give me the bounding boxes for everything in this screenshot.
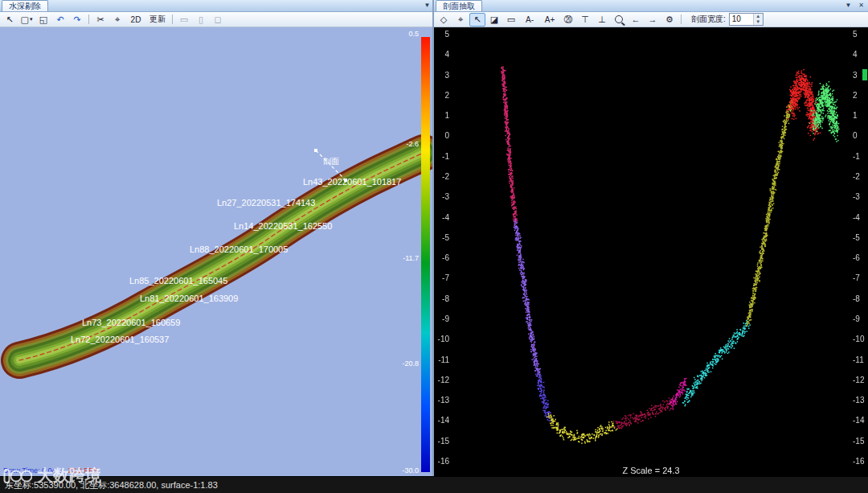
zoom-tool-icon[interactable] [611,13,627,27]
polygon-select-tool-icon[interactable]: ◱ [35,13,51,27]
survey-line-label: Ln72_20220601_160537 [71,335,169,344]
align-bottom-button[interactable]: ⊥ [594,13,610,27]
next-profile-button[interactable]: → [645,13,661,27]
spin-down-button[interactable]: ▼ [754,19,763,25]
profile-cut-label: 剖面 [323,156,339,167]
y-axis-tick-label: -5 [853,233,867,242]
redo-button[interactable]: ↷ [69,13,85,27]
y-axis-tick-label: -1 [435,152,449,161]
colorbar-tick-label: -20.8 [366,359,419,368]
profile-width-label: 剖面宽度: [691,14,726,25]
y-axis-tick-label: -3 [435,192,449,201]
pane-splitter[interactable] [432,0,434,476]
profile-width-spinner[interactable]: 10 ▲ ▼ [729,13,764,26]
y-axis-tick-label: 0 [853,131,867,140]
y-axis-tick-label: -13 [435,396,449,405]
rect-select-tool-icon[interactable]: ▢▾ [18,13,35,27]
y-axis-tick-label: 1 [435,111,449,120]
profile-width-value[interactable]: 10 [730,14,753,25]
right-toolbar-icons: ◇⌖↖◪▭A-A+⑳⊤⊥←→⚙ [436,13,684,27]
toolbar-separator [681,14,682,24]
y-axis-tick-label: -4 [853,213,867,222]
pane-menu-button[interactable]: ▼ [844,1,853,10]
y-axis-tick-label: -8 [435,294,449,303]
y-axis-tick-label: -6 [435,253,449,262]
survey-line-label: Ln27_20220531_174143 [217,198,315,207]
crosshair-select-tool-icon[interactable]: ⌖ [452,13,469,27]
align-top-button[interactable]: ⊤ [577,13,593,27]
y-axis-tick-label: -15 [435,437,449,446]
map-view[interactable]: 剖面 Ln43_20220601_101817Ln27_20220531_174… [0,27,434,477]
point-size-button[interactable]: ⑳ [560,13,576,27]
profile-plot[interactable]: 543210-1-2-3-4-5-6-7-8-9-10-11-12-13-14-… [434,27,868,477]
colorbar-tick-label: -30.0 [366,466,419,475]
font-increase-button[interactable]: A+ [540,13,559,27]
y-axis-tick-label: -13 [853,396,867,405]
y-axis-tick-label: 0 [435,131,449,140]
select-tool-icon[interactable]: ↖ [2,13,18,27]
draw-time-text: Draw Time: 0.04 s [3,466,62,475]
left-pane-titlebar[interactable]: 水深剔除 ▼ [0,0,434,12]
magnifier-icon [615,15,623,23]
survey-line-label: Ln43_20220601_101817 [303,177,401,187]
colorbar-tick-label: -11.7 [366,254,419,262]
y-axis-tick-label: -10 [853,335,867,343]
fill-tool-icon[interactable]: ◪ [486,13,502,27]
pane-menu-button[interactable]: ▼ [423,1,432,10]
cut-tool-icon[interactable]: ✂ [92,13,108,27]
point-cloud-canvas[interactable] [434,27,868,477]
undo-button[interactable]: ↶ [52,13,68,27]
diamond-select-tool-icon[interactable]: ◇ [436,13,452,27]
y-axis-tick-label: -16 [853,457,867,466]
settings-button[interactable]: ⚙ [661,13,678,27]
left-toolbar: ↖▢▾◱↶↷✂⌖2D更新▭▯◻ [0,12,434,27]
y-axis-tick-label: 4 [853,50,867,59]
right-pane-caption-buttons: ▼✕ [844,1,866,10]
y-axis-tick-label: 2 [435,91,449,100]
y-axis-tick-label: -12 [435,376,449,384]
callout-annotation-tool-icon: ◻ [210,13,226,27]
y-axis-tick-label: -2 [853,172,867,181]
coordinate-readout: 东坐标:535390.00, 北坐标:3648628.00, surface-1… [5,480,218,490]
pointer-tool-icon[interactable]: ↖ [469,13,485,27]
survey-line-label: Ln73_20220601_160659 [82,318,180,327]
y-axis-tick-label: -15 [853,437,867,446]
tab-profile-extract[interactable]: 剖面抽取 [436,0,482,11]
y-axis-tick-label: 4 [435,50,449,59]
fps-text: 23.0 FPS [68,466,99,475]
y-axis-tick-label: -2 [435,172,449,181]
font-decrease-button[interactable]: A- [520,13,539,27]
y-axis-tick-label: -9 [853,314,867,323]
z-scale-label: Z Scale = 24.3 [434,466,868,475]
colorbar-tick-label: 0.5 [366,30,419,38]
right-toolbar: ◇⌖↖◪▭A-A+⑳⊤⊥←→⚙ 剖面宽度: 10 ▲ ▼ [434,12,868,27]
status-bar: 东坐标:535390.00, 北坐标:3648628.00, surface-1… [0,476,868,493]
y-axis-tick-label: -6 [853,253,867,262]
y-axis-tick-label: -11 [853,355,867,364]
y-axis-tick-label: -5 [435,233,449,242]
rect-zoom-tool-icon[interactable]: ▭ [503,13,519,27]
y-axis-tick-label: -1 [853,152,867,161]
rect-annotation-tool-icon: ▭ [176,13,192,27]
locate-tool-icon[interactable]: ⌖ [109,13,125,27]
y-axis-tick-label: -4 [435,213,449,222]
refresh-button[interactable]: 更新 [146,13,169,27]
survey-line-label: Ln85_20220601_165045 [129,276,227,286]
spin-up-button[interactable]: ▲ [754,14,763,19]
previous-profile-button[interactable]: ← [628,13,644,27]
dropdown-caret-icon[interactable]: ▾ [30,16,33,23]
depth-colorbar [421,37,430,472]
y-axis-tick-label: -8 [853,294,867,303]
y-axis-tick-label: -14 [853,416,867,425]
y-axis-tick-label: -7 [853,273,867,282]
y-axis-tick-label: -7 [435,273,449,282]
tab-depth-edit[interactable]: 水深剔除 [2,0,48,11]
y-axis-tick-label: 5 [435,30,449,39]
right-pane-titlebar[interactable]: 剖面抽取 ▼✕ [434,0,868,12]
view-2d-button[interactable]: 2D [126,13,145,27]
y-axis-tick-label: 1 [853,111,867,120]
scale-marker-handle[interactable] [862,69,867,80]
toolbar-separator [172,14,173,24]
y-axis-tick-label: 2 [853,91,867,100]
pane-close-button[interactable]: ✕ [857,1,866,10]
